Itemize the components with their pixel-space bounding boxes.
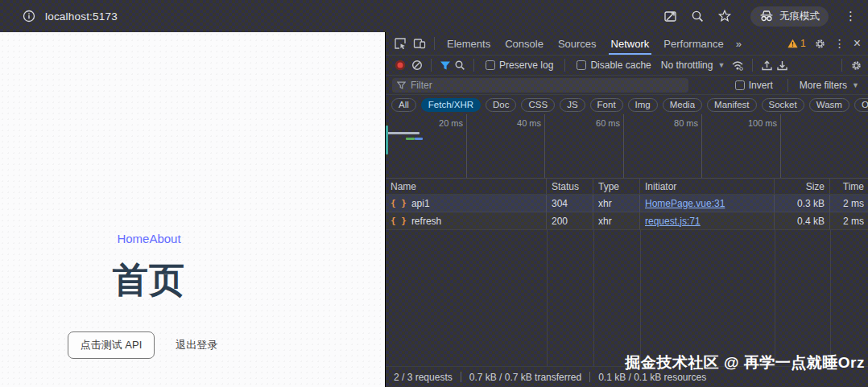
search-network-icon[interactable] <box>454 60 465 71</box>
col-name[interactable]: Name <box>386 179 547 194</box>
chip-fetch-xhr[interactable]: Fetch/XHR <box>421 98 481 112</box>
requests-table-header: Name Status Type Initiator Size Time <box>386 179 868 195</box>
devtools-panel: Elements Console Sources Network Perform… <box>385 32 868 387</box>
import-har-icon[interactable] <box>761 60 773 72</box>
search-icon[interactable] <box>689 8 705 24</box>
request-name: { }refresh <box>386 212 547 229</box>
column-divider[interactable] <box>640 230 641 366</box>
preserve-log-checkbox[interactable]: Preserve log <box>482 60 556 71</box>
test-api-button[interactable]: 点击测试 API <box>68 331 155 359</box>
address-bar[interactable]: localhost:5173 <box>0 8 662 24</box>
col-size[interactable]: Size <box>775 179 830 194</box>
page-title: 首页 <box>0 257 298 304</box>
page-content: HomeAbout 首页 点击测试 API 退出登录 <box>0 32 298 359</box>
chip-css[interactable]: CSS <box>521 98 555 112</box>
device-toolbar-icon[interactable] <box>410 35 429 52</box>
clear-network-log-icon[interactable] <box>411 60 423 71</box>
network-overview-timeline[interactable]: 20 ms 40 ms 60 ms 80 ms 100 ms <box>386 114 868 179</box>
incognito-icon <box>759 10 774 22</box>
request-type: xhr <box>593 212 640 229</box>
nav-link-home[interactable]: Home <box>117 232 149 245</box>
button-row: 点击测试 API 退出登录 <box>0 331 298 359</box>
checkbox-icon <box>735 80 745 90</box>
filter-input[interactable]: Filter <box>392 78 688 93</box>
network-settings-gear-icon[interactable] <box>850 60 862 72</box>
column-divider[interactable] <box>547 230 548 366</box>
chip-img[interactable]: Img <box>628 98 658 112</box>
invert-checkbox[interactable]: Invert <box>732 80 776 91</box>
column-divider[interactable] <box>593 230 594 366</box>
logout-button[interactable]: 退出登录 <box>163 331 230 359</box>
tab-console[interactable]: Console <box>498 32 551 55</box>
share-icon[interactable] <box>662 8 678 24</box>
filter-funnel-icon[interactable] <box>440 60 451 71</box>
request-initiator: request.js:71 <box>640 212 775 229</box>
toolbar-actions: 无痕模式 ⋮ <box>662 6 868 27</box>
watermark-text: 掘金技术社区 @ 再学一点就睡Orz <box>625 352 865 373</box>
url-text[interactable]: localhost:5173 <box>45 10 118 23</box>
col-initiator[interactable]: Initiator <box>640 179 775 194</box>
chevron-down-icon: ▼ <box>717 61 725 69</box>
page-info-icon[interactable] <box>21 8 37 24</box>
disable-cache-label: Disable cache <box>590 60 651 71</box>
throttling-dropdown[interactable]: No throttling ▼ <box>658 60 729 71</box>
chip-font[interactable]: Font <box>590 98 623 112</box>
waterfall-bar-green <box>406 138 415 140</box>
request-initiator: HomePage.vue:31 <box>640 195 775 212</box>
settings-gear-icon[interactable] <box>814 38 826 50</box>
tab-sources[interactable]: Sources <box>551 32 604 55</box>
transferred-summary: 0.7 kB / 0.7 kB transferred <box>469 372 581 383</box>
inspect-element-icon[interactable] <box>391 35 410 52</box>
tab-performance[interactable]: Performance <box>656 32 730 55</box>
bookmark-star-icon[interactable] <box>717 8 733 24</box>
gridline <box>701 114 702 178</box>
request-row-api1[interactable]: { }api1 304 xhr HomePage.vue:31 0.3 kB 2… <box>386 195 868 212</box>
chip-socket[interactable]: Socket <box>762 98 804 112</box>
gridline <box>623 114 624 178</box>
more-tabs-icon[interactable]: » <box>731 38 746 50</box>
filter-bar: Filter Invert More filters ▼ <box>386 76 868 95</box>
tabbar-right-controls: 1 ⋮ × <box>787 36 868 51</box>
tab-elements[interactable]: Elements <box>440 32 498 55</box>
chip-doc[interactable]: Doc <box>486 98 516 112</box>
disable-cache-checkbox[interactable]: Disable cache <box>573 60 654 71</box>
chip-manifest[interactable]: Manifest <box>707 98 756 112</box>
more-filters-dropdown[interactable]: More filters ▼ <box>800 80 859 91</box>
nav-link-about[interactable]: About <box>149 232 180 245</box>
divider <box>564 59 565 72</box>
chip-other[interactable]: Other <box>854 98 868 112</box>
divider <box>434 37 435 50</box>
tab-network[interactable]: Network <box>604 32 657 55</box>
browser-menu-icon[interactable]: ⋮ <box>845 9 857 23</box>
column-divider[interactable] <box>775 230 775 366</box>
chip-media[interactable]: Media <box>663 98 702 112</box>
warning-counter[interactable]: 1 <box>787 38 806 49</box>
gridline <box>780 114 781 178</box>
devtools-tabbar: Elements Console Sources Network Perform… <box>386 32 868 56</box>
chip-wasm[interactable]: Wasm <box>809 98 849 112</box>
divider <box>473 59 474 72</box>
record-network-log-icon[interactable] <box>395 60 405 70</box>
devtools-menu-icon[interactable]: ⋮ <box>834 37 845 50</box>
invert-label: Invert <box>749 80 773 91</box>
divider <box>752 59 753 72</box>
col-type[interactable]: Type <box>593 179 640 194</box>
export-har-icon[interactable] <box>776 60 788 72</box>
chip-all[interactable]: All <box>391 98 416 112</box>
filter-funnel-icon <box>397 81 406 89</box>
initiator-link[interactable]: request.js:71 <box>645 216 701 227</box>
waterfall-bar <box>387 132 420 134</box>
gridline <box>544 114 545 178</box>
warning-icon <box>787 39 798 48</box>
request-type: xhr <box>593 195 640 212</box>
initiator-link[interactable]: HomePage.vue:31 <box>645 198 725 209</box>
col-status[interactable]: Status <box>547 179 593 194</box>
waterfall-bar-blue <box>415 138 423 140</box>
column-divider[interactable] <box>830 230 831 366</box>
request-row-refresh[interactable]: { }refresh 200 xhr request.js:71 0.4 kB … <box>386 212 868 230</box>
network-conditions-icon[interactable] <box>731 60 744 71</box>
request-time: 2 ms <box>830 212 868 229</box>
chip-js[interactable]: JS <box>560 98 585 112</box>
col-time[interactable]: Time <box>830 179 868 194</box>
close-devtools-icon[interactable]: × <box>854 36 861 51</box>
